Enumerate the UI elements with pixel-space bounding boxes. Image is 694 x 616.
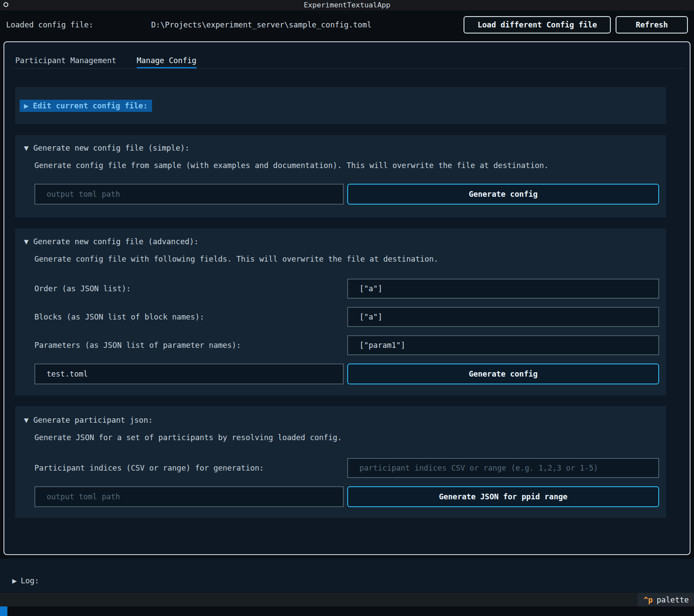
load-different-config-button[interactable]: Load different Config file [464,16,611,34]
edit-config-collapsible-title[interactable]: ▶ Edit current config file: [20,100,152,112]
refresh-button[interactable]: Refresh [616,16,688,34]
simple-output-path-input[interactable] [34,184,344,205]
simple-generate-config-button[interactable]: Generate config [347,184,659,205]
main-panel: Participant Management Manage Config ▶ E… [3,41,691,555]
loaded-config-path: D:\Projects\experiment_server\sample_con… [151,20,372,30]
generate-participant-description: Generate JSON for a set of participants … [34,432,659,443]
parameters-label: Parameters (as JSON list of parameter na… [34,340,347,350]
tab-label: Manage Config [137,55,196,66]
manage-config-content: ▶ Edit current config file: ▼ Generate n… [15,87,666,529]
order-label: Order (as JSON list): [34,283,347,294]
log-collapsible-title[interactable]: ▶ Log: [12,576,39,586]
collapse-arrow-icon: ▶ [24,101,29,111]
indices-field-row: Participant indices (CSV or range) for g… [34,458,659,478]
config-header: Loaded config file: D:\Projects\experime… [0,10,694,39]
collapse-arrow-icon: ▼ [24,143,29,153]
generate-participant-title[interactable]: ▼ Generate participant json: [24,415,666,425]
generate-simple-section: ▼ Generate new config file (simple): Gen… [15,135,666,218]
participant-indices-input[interactable] [347,458,659,478]
order-input[interactable] [347,279,659,299]
generate-simple-description: Generate config file from sample (with e… [34,160,659,171]
advanced-generate-config-button[interactable]: Generate config [347,364,659,384]
app-title: ExperimentTextualApp [304,0,390,10]
palette-label: palette [657,595,689,605]
header-buttons: Load different Config file Refresh [464,16,688,34]
scroll-corner [0,606,7,616]
app-window: ExperimentTextualApp Loaded config file:… [0,0,694,616]
log-collapsible: ▶ Log: [0,559,694,593]
participant-output-path-input[interactable] [34,486,344,507]
generate-advanced-title[interactable]: ▼ Generate new config file (advanced): [24,236,666,247]
simple-output-row: Generate config [34,184,659,205]
blocks-input[interactable] [347,307,659,327]
advanced-output-row: Generate config [34,364,659,384]
collapsible-label: Log: [21,576,39,586]
parameters-input[interactable] [347,335,659,355]
tab-divider [15,68,684,69]
footer-bar: ^p palette [0,593,694,606]
palette-shortcut[interactable]: ^p palette [637,593,694,606]
parameters-field-row: Parameters (as JSON list of parameter na… [34,335,659,355]
generate-advanced-description: Generate config file with following fiel… [34,254,659,264]
section-title-label: Generate new config file (advanced): [34,236,199,247]
titlebar: ExperimentTextualApp [0,0,694,10]
edit-config-collapsible: ▶ Edit current config file: [15,87,666,124]
generate-json-ppid-button[interactable]: Generate JSON for ppid range [347,486,659,507]
participant-output-row: Generate JSON for ppid range [34,486,659,507]
collapsible-label: Edit current config file: [33,101,148,111]
section-title-label: Generate participant json: [34,415,153,425]
collapse-arrow-icon: ▼ [24,415,29,425]
generate-participant-section: ▼ Generate participant json: Generate JS… [15,406,666,518]
blocks-field-row: Blocks (as JSON list of block names): [34,307,659,327]
tab-participant-management[interactable]: Participant Management [15,53,116,68]
advanced-output-path-input[interactable] [34,364,344,384]
loaded-config-label: Loaded config file: [6,20,93,30]
participant-indices-label: Participant indices (CSV or range) for g… [34,463,347,473]
tab-bar: Participant Management Manage Config [15,53,196,68]
generate-advanced-section: ▼ Generate new config file (advanced): G… [15,229,666,395]
collapse-arrow-icon: ▶ [12,576,17,586]
generate-simple-title[interactable]: ▼ Generate new config file (simple): [24,143,666,153]
palette-key-binding: ^p [643,595,653,605]
order-field-row: Order (as JSON list): [34,279,659,299]
blocks-label: Blocks (as JSON list of block names): [34,312,347,322]
bottom-strip [0,606,694,616]
window-indicator-icon [3,2,8,7]
tab-label: Participant Management [15,55,116,66]
tab-manage-config[interactable]: Manage Config [137,53,196,68]
collapse-arrow-icon: ▼ [24,236,29,247]
section-title-label: Generate new config file (simple): [34,143,190,153]
